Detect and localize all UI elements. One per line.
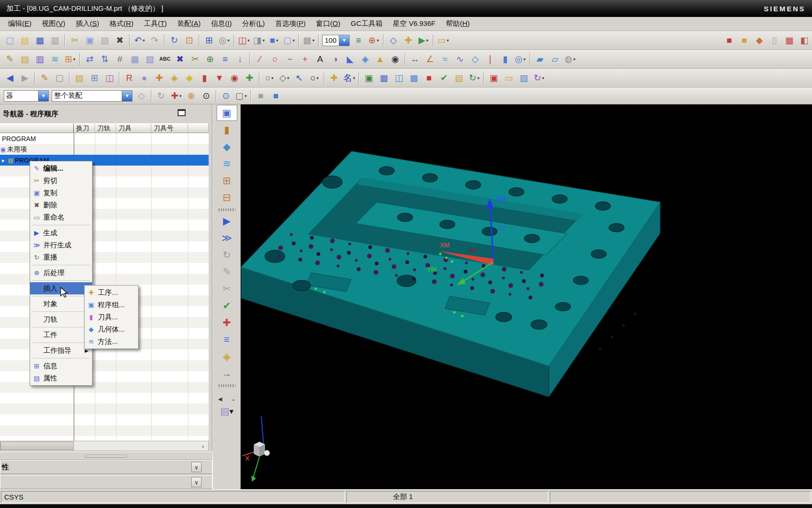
- submenu-item-方法[interactable]: ≋方法...: [85, 335, 138, 348]
- program-order-view-button[interactable]: ▣: [217, 105, 237, 121]
- menu-item[interactable]: 窗口(O): [311, 18, 346, 30]
- context-menu-item-工件[interactable]: 工件▶: [30, 329, 92, 341]
- tree-row-未用项[interactable]: ▣未用项: [0, 144, 209, 155]
- menu-item[interactable]: 信息(I): [206, 18, 237, 30]
- context-menu-item-生成[interactable]: ▶生成: [30, 227, 92, 239]
- dropdown-caret-icon[interactable]: ▾: [287, 76, 289, 80]
- snap-target-button[interactable]: ⊙: [199, 89, 213, 103]
- dropdown-caret-icon[interactable]: ▾: [523, 57, 526, 62]
- fit-view-button[interactable]: ⊡: [182, 33, 196, 48]
- check-mark-button[interactable]: ✔: [437, 71, 451, 85]
- revolve-button[interactable]: ◎▾: [513, 52, 527, 66]
- folder-sync-button[interactable]: ↻▾: [467, 71, 481, 85]
- redo-button[interactable]: ↷: [148, 33, 162, 48]
- image-capture-button[interactable]: ▣: [362, 71, 376, 85]
- edge-display-button[interactable]: ◧: [797, 33, 812, 48]
- group-objects-button[interactable]: ▧: [143, 52, 157, 66]
- through-curves-button[interactable]: ▱: [548, 52, 562, 66]
- trim-body-button[interactable]: ✖: [173, 52, 187, 66]
- folder-up-button[interactable]: ▤: [452, 71, 466, 85]
- snapshot-button[interactable]: ▭▾: [436, 33, 450, 48]
- dropdown-caret-icon[interactable]: ▾: [245, 94, 247, 98]
- context-menu-item-并行生成[interactable]: ≫并行生成: [30, 239, 92, 251]
- machining-method-view-button[interactable]: ≋: [217, 156, 237, 172]
- extrude-button[interactable]: ▮: [498, 52, 512, 66]
- spline-tool-button[interactable]: ~: [283, 52, 297, 66]
- geometry-view-button[interactable]: ◆: [217, 139, 237, 155]
- window-layout-button[interactable]: ◫▾: [237, 33, 251, 48]
- grid-snap-button[interactable]: #: [113, 52, 127, 66]
- measure-angle-button[interactable]: ∠: [423, 52, 437, 66]
- pick-filter-button[interactable]: ↖: [292, 71, 306, 85]
- orient-csys-button[interactable]: ⊕▾: [367, 33, 381, 48]
- copy-button[interactable]: ▣: [83, 33, 97, 48]
- replay-toolpath-button[interactable]: ↻: [217, 247, 237, 263]
- expand-arrow-icon[interactable]: ▸: [2, 157, 5, 164]
- line-tool-button[interactable]: ∕: [253, 52, 267, 66]
- project-curve-button[interactable]: ↓: [233, 52, 247, 66]
- column-1[interactable]: 换刀: [74, 124, 95, 133]
- expand-chevron-icon[interactable]: ∨: [191, 462, 202, 472]
- menu-item[interactable]: 工具(T): [139, 18, 172, 30]
- tree-row-program[interactable]: PROGRAM: [0, 133, 209, 144]
- dropdown-caret-icon[interactable]: ▾: [312, 38, 315, 43]
- context-menu-item-工作指导[interactable]: 工作指导▶: [30, 344, 92, 357]
- layer-visible-button[interactable]: ▦: [377, 71, 391, 85]
- confirm-toolpath-button[interactable]: ✔: [217, 298, 237, 314]
- unite-button[interactable]: ⊕: [203, 52, 217, 66]
- dropdown-caret-icon[interactable]: ▾: [316, 76, 319, 80]
- move-component-button[interactable]: ✚: [152, 71, 166, 85]
- layer-settings-button[interactable]: ≡: [351, 33, 366, 48]
- context-menu-item-属性[interactable]: ▤属性: [30, 372, 92, 384]
- submenu-item-几何体[interactable]: ◆几何体...: [85, 323, 138, 335]
- display-mode-button[interactable]: ▩▾: [302, 33, 316, 48]
- align-button[interactable]: ⇅: [98, 52, 112, 66]
- navigator-filter-combo[interactable]: 器▼: [4, 90, 49, 102]
- note-abc-button[interactable]: ABC: [158, 52, 172, 66]
- gray-cube-button[interactable]: ■: [254, 89, 268, 103]
- circle-tool-button[interactable]: ○: [268, 52, 282, 66]
- menu-item[interactable]: 首选项(P): [270, 18, 311, 30]
- context-menu-item-对象[interactable]: 对象▶: [30, 298, 92, 310]
- new-window-button[interactable]: ▢: [53, 71, 67, 85]
- dropdown-caret-icon[interactable]: ▾: [180, 94, 182, 98]
- navigator-hscrollbar[interactable]: ›: [0, 441, 209, 451]
- information-button[interactable]: ⊞: [202, 33, 216, 48]
- splitter-grip[interactable]: [85, 455, 127, 458]
- expand-all-button[interactable]: ⊞: [217, 173, 237, 189]
- point-dialog-button[interactable]: ⊙: [219, 89, 233, 103]
- new-file-button[interactable]: ▢: [3, 33, 17, 48]
- view-orbit-button[interactable]: ↻▾: [532, 71, 546, 85]
- blue-cube-button[interactable]: ■: [269, 89, 283, 103]
- mirror-assembly-button[interactable]: ◫: [102, 71, 117, 85]
- undo-button[interactable]: ↶▾: [133, 33, 147, 48]
- datum-axis-button[interactable]: ∣: [483, 52, 497, 66]
- context-menu-item-后处理[interactable]: ⊕后处理: [30, 267, 92, 279]
- delete-button[interactable]: ✖: [113, 33, 127, 48]
- expand-chevron-icon[interactable]: ∨: [191, 477, 202, 487]
- submenu-item-刀具[interactable]: ▮刀具...: [85, 311, 138, 323]
- context-menu-item-刀轨[interactable]: 刀轨▶: [30, 313, 92, 325]
- menu-item[interactable]: 格式(R): [104, 18, 139, 30]
- measure-distance-button[interactable]: ↔: [408, 52, 422, 66]
- dropdown-caret-icon[interactable]: ▾: [271, 76, 273, 80]
- context-menu-item-删除[interactable]: ✖删除: [30, 199, 92, 211]
- cascade-windows-button[interactable]: ▩: [407, 71, 421, 85]
- print-button[interactable]: ▥: [48, 33, 62, 48]
- pencil-edit-button[interactable]: ✎: [38, 71, 52, 85]
- panel-toggle-button[interactable]: ▯: [767, 33, 781, 48]
- shaded-view-button[interactable]: ■▾: [267, 33, 281, 48]
- edit-toolpath-button[interactable]: ✎: [217, 264, 237, 280]
- stack-group-button[interactable]: ▦: [128, 52, 142, 66]
- dropdown-caret-icon[interactable]: ▾: [426, 38, 429, 43]
- cube-orange-button[interactable]: ◆: [752, 33, 766, 48]
- point-tool-button[interactable]: +: [298, 52, 312, 66]
- sequence-button[interactable]: ▮: [197, 71, 211, 85]
- dropdown-caret-icon[interactable]: ▾: [73, 57, 76, 62]
- menu-item[interactable]: 插入(S): [70, 18, 104, 30]
- context-menu-item-信息[interactable]: ⊞信息: [30, 360, 92, 372]
- submenu-item-工序[interactable]: ✚工序...: [85, 286, 138, 299]
- dropdown-caret-icon[interactable]: ▾: [276, 38, 278, 43]
- panel-splitter[interactable]: [0, 452, 212, 460]
- assembly-tree-button[interactable]: ▤: [72, 71, 86, 85]
